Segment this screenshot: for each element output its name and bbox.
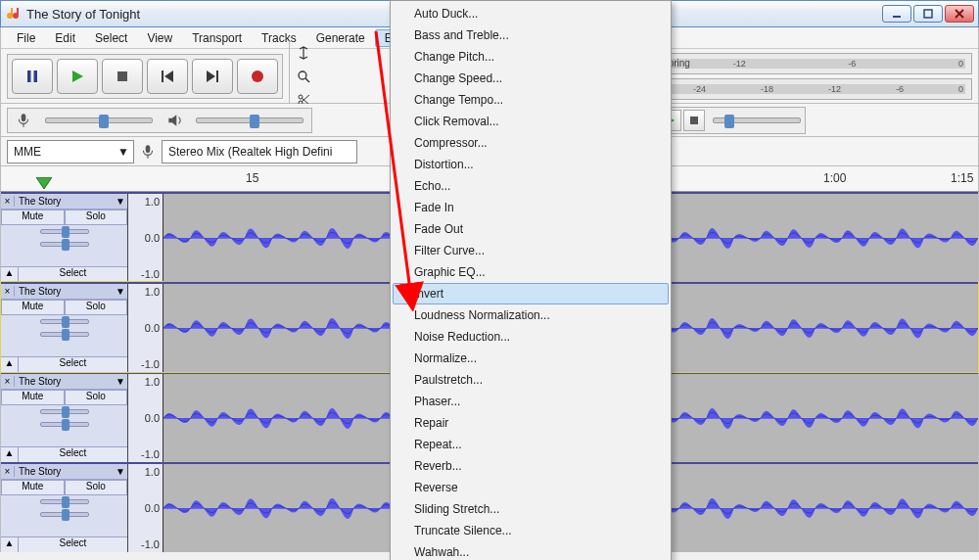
effect-menu-item[interactable]: Repeat...	[393, 434, 669, 455]
select-button[interactable]: Select	[19, 537, 127, 552]
effect-menu-item[interactable]: Click Removal...	[393, 111, 669, 132]
scale-top: 1.0	[145, 196, 160, 208]
gain-slider[interactable]	[40, 229, 89, 234]
solo-button[interactable]: Solo	[65, 480, 128, 495]
collapse-button[interactable]: ▲	[1, 267, 19, 282]
transport-controls	[7, 54, 283, 99]
solo-button[interactable]: Solo	[65, 390, 128, 405]
track-menu-button[interactable]: ▼	[114, 196, 127, 207]
maximize-button[interactable]	[913, 5, 943, 23]
effect-menu-item[interactable]: Loudness Normalization...	[393, 304, 669, 326]
effect-menu-item[interactable]: Phaser...	[393, 391, 669, 412]
selection-tool-icon[interactable]	[294, 43, 313, 63]
track-close-button[interactable]: ×	[1, 466, 15, 477]
mini-stop-button[interactable]	[683, 110, 705, 131]
effect-menu-item[interactable]: Bass and Treble...	[393, 24, 669, 46]
track-close-button[interactable]: ×	[1, 196, 15, 207]
edit-tools	[289, 41, 317, 112]
pan-slider[interactable]	[40, 422, 89, 427]
effect-menu-item[interactable]: Compressor...	[393, 132, 669, 154]
pb-tick: -12	[828, 84, 841, 94]
track-control-panel: × The Story ▼ Mute Solo ▲ Select	[1, 374, 128, 462]
effect-menu-item[interactable]: Distortion...	[393, 154, 669, 175]
effect-menu-item[interactable]: Normalize...	[393, 348, 669, 369]
track-close-button[interactable]: ×	[1, 286, 15, 297]
effect-menu-item[interactable]: Reverb...	[393, 455, 669, 477]
effect-menu-item[interactable]: Graphic EQ...	[393, 261, 669, 283]
scale-bot: -1.0	[141, 538, 160, 550]
rec-device-combo[interactable]: Stereo Mix (Realtek High Defini	[162, 140, 357, 163]
gain-slider[interactable]	[40, 499, 89, 504]
track-close-button[interactable]: ×	[1, 376, 15, 387]
effect-menu-item[interactable]: Wahwah...	[393, 541, 669, 560]
effect-menu-item[interactable]: Invert	[393, 283, 669, 304]
solo-button[interactable]: Solo	[65, 300, 128, 315]
menu-file[interactable]: File	[7, 29, 45, 47]
menu-view[interactable]: View	[137, 29, 182, 47]
zoom-tool-icon[interactable]	[294, 67, 313, 86]
effect-menu-item[interactable]: Fade In	[393, 197, 669, 218]
mute-button[interactable]: Mute	[1, 210, 65, 225]
effect-menu-item[interactable]: Paulstretch...	[393, 369, 669, 391]
track-control-panel: × The Story ▼ Mute Solo ▲ Select	[1, 464, 128, 552]
effect-menu-item[interactable]: Auto Duck...	[393, 3, 669, 24]
menu-transport[interactable]: Transport	[182, 29, 252, 47]
skip-end-button[interactable]	[192, 59, 233, 94]
effect-menu-item[interactable]: Reverse	[393, 477, 669, 498]
play-speed-slider[interactable]	[713, 117, 801, 123]
menu-select[interactable]: Select	[85, 29, 137, 47]
mute-button[interactable]: Mute	[1, 300, 65, 315]
effect-menu-item[interactable]: Sliding Stretch...	[393, 498, 669, 520]
effect-menu-item[interactable]: Truncate Silence...	[393, 520, 669, 541]
select-button[interactable]: Select	[19, 267, 127, 282]
play-button[interactable]	[57, 59, 98, 94]
effect-menu-item[interactable]: Echo...	[393, 175, 669, 197]
solo-button[interactable]: Solo	[65, 210, 128, 225]
skip-start-button[interactable]	[147, 59, 188, 94]
menu-edit[interactable]: Edit	[45, 29, 85, 47]
effect-menu-item[interactable]: Fade Out	[393, 218, 669, 240]
pause-button[interactable]	[12, 59, 53, 94]
effect-menu-item[interactable]: Change Tempo...	[393, 89, 669, 111]
track-name[interactable]: The Story	[15, 466, 114, 477]
track-menu-button[interactable]: ▼	[114, 466, 127, 477]
track-name[interactable]: The Story	[15, 196, 114, 207]
track-menu-button[interactable]: ▼	[114, 376, 127, 387]
effect-menu-item[interactable]: Change Pitch...	[393, 46, 669, 68]
svg-rect-4	[893, 16, 901, 18]
audio-host-combo[interactable]: MME ▼	[7, 140, 134, 163]
pan-slider[interactable]	[40, 242, 89, 247]
effect-menu-dropdown: Auto Duck...Bass and Treble...Change Pit…	[390, 0, 672, 560]
stop-button[interactable]	[102, 59, 143, 94]
gain-slider[interactable]	[40, 319, 89, 324]
collapse-button[interactable]: ▲	[1, 357, 19, 372]
mute-button[interactable]: Mute	[1, 480, 65, 495]
scale-bot: -1.0	[141, 448, 160, 460]
scale-mid: 0.0	[145, 232, 160, 244]
scale-top: 1.0	[145, 376, 160, 388]
play-volume-slider[interactable]	[196, 117, 303, 123]
timeline-tick: 15	[246, 171, 258, 185]
effect-menu-item[interactable]: Change Speed...	[393, 68, 669, 89]
minimize-button[interactable]	[882, 5, 911, 23]
playhead-icon[interactable]	[36, 177, 52, 191]
record-button[interactable]	[237, 59, 278, 94]
effect-menu-item[interactable]: Noise Reduction...	[393, 326, 669, 348]
app-icon	[5, 6, 21, 22]
collapse-button[interactable]: ▲	[1, 537, 19, 552]
close-button[interactable]	[945, 5, 974, 23]
pan-slider[interactable]	[40, 332, 89, 337]
track-name[interactable]: The Story	[15, 376, 114, 387]
collapse-button[interactable]: ▲	[1, 447, 19, 462]
rec-device-label: Stereo Mix (Realtek High Defini	[168, 145, 332, 159]
mute-button[interactable]: Mute	[1, 390, 65, 405]
effect-menu-item[interactable]: Repair	[393, 412, 669, 434]
track-menu-button[interactable]: ▼	[114, 286, 127, 297]
pan-slider[interactable]	[40, 512, 89, 517]
gain-slider[interactable]	[40, 409, 89, 414]
rec-volume-slider[interactable]	[45, 117, 153, 123]
track-name[interactable]: The Story	[15, 286, 114, 297]
select-button[interactable]: Select	[19, 447, 127, 462]
select-button[interactable]: Select	[19, 357, 127, 372]
effect-menu-item[interactable]: Filter Curve...	[393, 240, 669, 261]
